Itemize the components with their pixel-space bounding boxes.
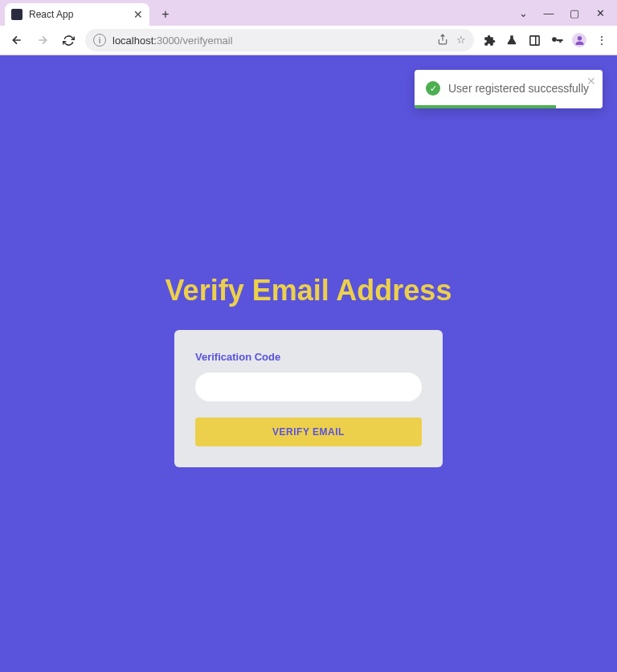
verify-card: Verification Code VERIFY EMAIL: [174, 330, 443, 467]
toolbar: i localhost:3000/verifyemail ☆: [0, 26, 617, 55]
chevron-down-icon[interactable]: ⌄: [517, 7, 529, 19]
main-content: Verify Email Address Verification Code V…: [0, 55, 617, 467]
url-text: localhost:3000/verifyemail: [112, 35, 233, 47]
browser-chrome: React App ✕ + ⌄ — ▢ ✕ i localhost:3000/v…: [0, 0, 617, 55]
toast-message: User registered successfully: [448, 82, 591, 95]
address-bar-actions: ☆: [437, 34, 466, 47]
panel-icon[interactable]: [527, 33, 541, 47]
page-heading: Verify Email Address: [165, 274, 452, 307]
titlebar: React App ✕ + ⌄ — ▢ ✕: [0, 0, 617, 26]
back-button[interactable]: [8, 31, 26, 49]
maximize-icon[interactable]: ▢: [569, 7, 580, 19]
close-tab-icon[interactable]: ✕: [133, 10, 143, 19]
svg-rect-0: [529, 35, 538, 44]
favicon-icon: [11, 9, 22, 20]
bookmark-star-icon[interactable]: ☆: [456, 34, 466, 47]
tab-strip: React App ✕ +: [0, 0, 517, 26]
reload-button[interactable]: [59, 31, 77, 49]
site-info-icon[interactable]: i: [93, 34, 106, 47]
toolbar-actions: ⋮: [482, 33, 609, 47]
window-controls: ⌄ — ▢ ✕: [517, 7, 611, 19]
minimize-icon[interactable]: —: [543, 7, 554, 19]
menu-dots-icon[interactable]: ⋮: [595, 33, 609, 47]
forward-button[interactable]: [34, 31, 51, 49]
flask-icon[interactable]: [505, 33, 519, 47]
verify-email-button[interactable]: VERIFY EMAIL: [195, 417, 422, 446]
success-check-icon: ✓: [426, 81, 440, 96]
profile-avatar-icon[interactable]: [572, 33, 586, 47]
code-field-label: Verification Code: [195, 351, 422, 363]
close-window-icon[interactable]: ✕: [595, 7, 606, 19]
success-toast: ✓ User registered successfully ✕: [415, 70, 603, 108]
share-icon[interactable]: [437, 34, 448, 47]
page-content: ✓ User registered successfully ✕ Verify …: [0, 55, 617, 672]
key-icon[interactable]: [550, 33, 564, 47]
tab-title: React App: [29, 9, 127, 20]
toast-progress-bar: [415, 105, 556, 108]
active-tab[interactable]: React App ✕: [5, 3, 149, 26]
extensions-icon[interactable]: [482, 33, 496, 47]
toast-close-icon[interactable]: ✕: [586, 75, 596, 88]
verification-code-input[interactable]: [195, 373, 422, 401]
address-bar[interactable]: i localhost:3000/verifyemail ☆: [85, 29, 474, 51]
new-tab-button[interactable]: +: [156, 5, 175, 24]
